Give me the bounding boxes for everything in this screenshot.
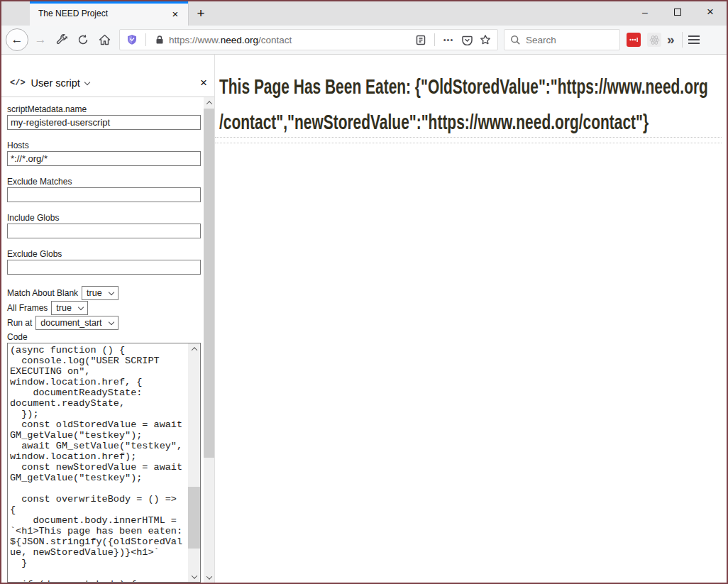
page-actions-icon[interactable]: ••• — [439, 31, 458, 49]
field-hosts: Hosts — [7, 141, 214, 166]
field-label: Exclude Matches — [7, 177, 214, 187]
field-include-globs: Include Globs — [7, 214, 214, 238]
search-bar[interactable] — [504, 29, 620, 50]
include-globs-input[interactable] — [7, 224, 201, 238]
code-icon: </> — [10, 78, 26, 88]
urlbar-separator-2 — [434, 33, 435, 46]
run-at-row: Run at document_start — [7, 316, 214, 330]
tab-active[interactable]: The NEED Project × — [30, 1, 189, 26]
dotted-divider — [215, 143, 722, 143]
tab-close-icon[interactable]: × — [168, 6, 182, 21]
scroll-down-icon[interactable] — [188, 571, 200, 582]
scrollbar-thumb[interactable] — [188, 487, 200, 549]
userscript-wrench-button[interactable] — [51, 29, 72, 50]
field-exclude-matches: Exclude Matches — [7, 177, 214, 202]
all-frames-row: All Frames true — [7, 301, 214, 315]
all-frames-select[interactable]: true — [51, 301, 88, 315]
search-input[interactable] — [526, 35, 597, 45]
tab-title: The NEED Project — [38, 9, 168, 18]
url-bar[interactable]: https://www.need.org/contact ••• — [119, 29, 498, 50]
heading-line-1: This Page Has Been Eaten: {"OldStoredVal… — [219, 69, 727, 104]
scroll-up-icon[interactable] — [204, 97, 214, 108]
url-text[interactable]: https://www.need.org/contact — [169, 35, 412, 45]
reader-mode-icon[interactable] — [412, 31, 430, 49]
url-prefix: https://www. — [169, 35, 221, 45]
forward-icon: → — [35, 33, 47, 47]
sidebar-scrollbar[interactable] — [204, 97, 214, 583]
back-button[interactable]: ← — [6, 28, 28, 51]
heading-line-2: /contact","newStoredValue":"https://www.… — [219, 104, 727, 140]
maximize-icon — [674, 9, 681, 16]
url-path: /contact — [258, 35, 292, 45]
match-about-blank-select[interactable]: true — [82, 286, 118, 300]
home-icon — [99, 34, 111, 45]
urlbar-separator — [145, 33, 146, 46]
field-label: Exclude Globs — [7, 250, 214, 259]
select-label: Match About Blank — [7, 288, 78, 298]
reload-icon — [77, 34, 89, 45]
code-scrollbar[interactable] — [188, 343, 200, 582]
forward-button[interactable]: → — [30, 29, 51, 50]
menu-hamburger-icon[interactable] — [688, 35, 700, 44]
match-about-blank-row: Match About Blank true — [7, 286, 214, 300]
toolbar-separator — [682, 32, 683, 48]
react-devtools-icon[interactable] — [647, 33, 661, 47]
exclude-matches-input[interactable] — [7, 187, 201, 202]
tabbar-spacer — [213, 1, 629, 26]
field-exclude-globs: Exclude Globs — [7, 250, 214, 275]
pocket-icon[interactable] — [458, 31, 476, 49]
lock-icon[interactable] — [150, 31, 169, 49]
tracking-protection-shield-icon[interactable] — [123, 31, 141, 49]
sidebar-close-icon[interactable]: × — [200, 76, 207, 90]
field-label: scriptMetadata.name — [7, 105, 214, 114]
code-text[interactable]: (async function () { console.log("USER S… — [10, 345, 184, 583]
scrollbar-thumb[interactable] — [204, 109, 214, 458]
exclude-globs-input[interactable] — [7, 260, 201, 275]
run-at-select[interactable]: document_start — [35, 316, 118, 330]
sidebar-body: scriptMetadata.name Hosts Exclude Matche… — [1, 97, 214, 583]
chevron-down-icon[interactable] — [84, 79, 90, 84]
field-label: Include Globs — [7, 214, 214, 223]
window-controls: – × — [629, 1, 727, 26]
home-button[interactable] — [94, 29, 115, 50]
code-field-label: Code — [7, 332, 214, 342]
new-tab-button[interactable]: + — [189, 1, 213, 26]
maximize-button[interactable] — [661, 1, 694, 23]
wrench-icon — [56, 34, 67, 45]
search-icon — [510, 35, 521, 45]
select-label: Run at — [7, 318, 32, 328]
password-extension-icon[interactable] — [627, 33, 641, 47]
dotted-divider — [215, 137, 722, 138]
hosts-input[interactable] — [7, 151, 201, 166]
select-label: All Frames — [7, 303, 48, 313]
titlebar-drag-space — [1, 1, 30, 26]
scroll-down-icon[interactable] — [204, 572, 214, 583]
script-name-input[interactable] — [7, 115, 201, 130]
web-page-content: This Page Has Been Eaten: {"OldStoredVal… — [215, 55, 727, 583]
url-domain: need.org — [221, 35, 258, 45]
sidebar-title[interactable]: User script — [31, 77, 80, 89]
browser-window: The NEED Project × + – × ← → — [0, 0, 728, 584]
overflow-chevron-icon[interactable]: » — [667, 32, 675, 48]
reload-button[interactable] — [72, 29, 94, 50]
chevron-down-icon — [108, 319, 114, 325]
close-window-button[interactable]: × — [694, 1, 727, 23]
navigation-toolbar: ← → https://www.need.org/contact ••• — [1, 26, 727, 55]
minimize-button[interactable]: – — [629, 1, 661, 23]
tab-bar: The NEED Project × + – × — [1, 1, 727, 26]
chevron-down-icon — [108, 290, 114, 295]
userscript-sidebar: </> User script × scriptMetadata.name Ho… — [1, 55, 215, 583]
chevron-down-icon — [78, 304, 84, 310]
sidebar-header: </> User script × — [1, 55, 214, 97]
content-area: </> User script × scriptMetadata.name Ho… — [1, 55, 727, 583]
code-textarea[interactable]: (async function () { console.log("USER S… — [7, 343, 201, 583]
bookmark-star-icon[interactable] — [476, 31, 495, 49]
back-icon: ← — [11, 33, 23, 47]
scroll-up-icon[interactable] — [188, 343, 200, 354]
page-heading: This Page Has Been Eaten: {"OldStoredVal… — [219, 69, 727, 140]
field-script-name: scriptMetadata.name — [7, 105, 214, 130]
field-label: Hosts — [7, 141, 214, 150]
